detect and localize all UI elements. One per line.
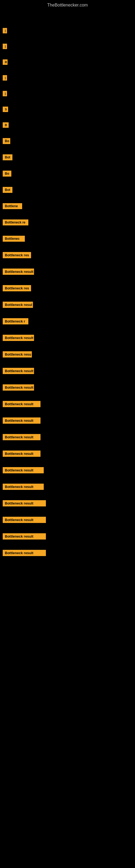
bottleneck-result-label: Bottleneck result — [3, 417, 41, 424]
bottleneck-result-label: Bottleneck result — [3, 484, 44, 490]
bottleneck-result-label: Bottleneck result — [3, 533, 46, 539]
list-item: Bottleneck resu — [3, 351, 132, 358]
bottleneck-result-label: Bottlene — [3, 203, 22, 209]
bottleneck-result-label: S — [3, 106, 8, 112]
list-item: | — [3, 28, 132, 33]
list-item: Bottleneck result — [3, 417, 132, 424]
bottleneck-result-label: Bottleneck res — [3, 252, 31, 258]
bottleneck-result-label: | — [3, 44, 7, 49]
results-container: ||R||SBBoBotBoBotBottleneBottleneck reBo… — [0, 25, 135, 566]
list-item: Bottlene — [3, 203, 132, 209]
list-item: Bottlenec — [3, 236, 132, 242]
bottleneck-result-label: Bo — [3, 138, 10, 144]
bottleneck-result-label: Bot — [3, 154, 12, 160]
bottleneck-result-label: Bottleneck r — [3, 318, 28, 324]
site-title: TheBottlenecker.com — [0, 0, 135, 9]
bottleneck-result-label: | — [3, 28, 7, 33]
bottleneck-result-label: Bottleneck result — [3, 335, 34, 341]
bottleneck-result-label: Bottleneck result — [3, 550, 46, 556]
list-item: Bot — [3, 154, 132, 160]
list-item: Bottleneck result — [3, 384, 132, 391]
list-item: Bot — [3, 187, 132, 193]
list-item: Bottleneck result — [3, 533, 132, 539]
bottleneck-result-label: Bottleneck re — [3, 219, 28, 225]
bottleneck-result-label: Bottleneck result — [3, 434, 41, 440]
bottleneck-result-label: Bottleneck result — [3, 368, 34, 374]
list-item: Bottleneck resul — [3, 302, 132, 308]
bottleneck-result-label: | — [3, 75, 7, 81]
bottleneck-result-label: | — [3, 91, 7, 96]
list-item: Bottleneck result — [3, 335, 132, 341]
list-item: Bottleneck result — [3, 500, 132, 506]
list-item: B — [3, 122, 132, 128]
list-item: Bottleneck result — [3, 451, 132, 457]
bottleneck-result-label: Bottleneck result — [3, 401, 41, 407]
bottleneck-result-label: Bottleneck result — [3, 467, 44, 473]
list-item: Bottleneck result — [3, 517, 132, 523]
list-item: R — [3, 59, 132, 65]
list-item: Bo — [3, 170, 132, 177]
bottleneck-result-label: Bottleneck result — [3, 517, 46, 523]
list-item: Bottleneck result — [3, 401, 132, 407]
list-item: Bottleneck result — [3, 550, 132, 556]
list-item: S — [3, 106, 132, 112]
bottleneck-result-label: Bottleneck result — [3, 384, 34, 391]
bottleneck-result-label: Bot — [3, 187, 12, 193]
list-item: Bottleneck result — [3, 368, 132, 374]
list-item: Bottleneck r — [3, 318, 132, 324]
bottleneck-result-label: Bottleneck resul — [3, 302, 33, 308]
bottleneck-result-label: Bottleneck result — [3, 451, 41, 457]
list-item: Bo — [3, 138, 132, 144]
bottleneck-result-label: Bottleneck resu — [3, 351, 32, 358]
bottleneck-result-label: R — [3, 59, 8, 65]
bottleneck-result-label: B — [3, 122, 9, 128]
list-item: Bottleneck res — [3, 252, 132, 258]
list-item: Bottleneck res — [3, 285, 132, 291]
list-item: | — [3, 44, 132, 49]
list-item: Bottleneck re — [3, 219, 132, 225]
bottleneck-result-label: Bottleneck result — [3, 269, 34, 275]
bottleneck-result-label: Bottleneck result — [3, 500, 46, 506]
list-item: | — [3, 75, 132, 81]
list-item: | — [3, 91, 132, 96]
bottleneck-result-label: Bo — [3, 170, 11, 177]
bottleneck-result-label: Bottleneck res — [3, 285, 31, 291]
list-item: Bottleneck result — [3, 434, 132, 440]
list-item: Bottleneck result — [3, 467, 132, 473]
list-item: Bottleneck result — [3, 484, 132, 490]
list-item: Bottleneck result — [3, 269, 132, 275]
bottleneck-result-label: Bottlenec — [3, 236, 25, 242]
